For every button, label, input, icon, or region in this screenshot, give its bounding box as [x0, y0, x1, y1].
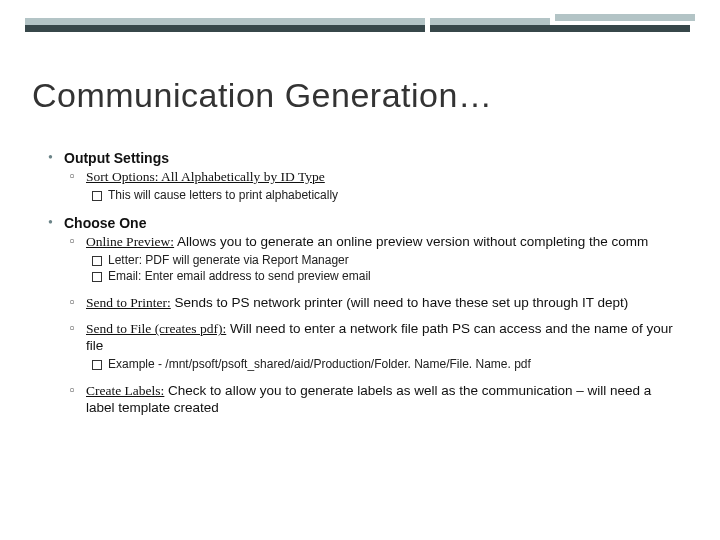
subitem-label: Send to Printer: [86, 295, 171, 310]
subitem-text: Check to allow you to generate labels as… [86, 383, 651, 415]
bullet-output-settings: Output Settings Sort Options: All Alphab… [48, 150, 680, 203]
detail-item: Letter: PDF will generate via Report Man… [92, 253, 680, 269]
detail-item: This will cause letters to print alphabe… [92, 188, 680, 204]
deco-bar-dark-1 [25, 25, 425, 32]
slide: Communication Generation… Output Setting… [0, 0, 720, 540]
subitem-online-preview: Online Preview: Allows you to generate a… [64, 234, 680, 284]
deco-bar-dark-2 [430, 25, 690, 32]
bullet-choose-one: Choose One Online Preview: Allows you to… [48, 215, 680, 416]
deco-bar-light-2 [430, 18, 550, 25]
subitem-send-to-printer: Send to Printer: Sends to PS network pri… [64, 295, 680, 312]
slide-title: Communication Generation… [32, 76, 492, 115]
subitem-send-to-file: Send to File (creates pdf): Will need to… [64, 321, 680, 372]
bullet-head: Output Settings [64, 150, 169, 166]
bullet-list: Output Settings Sort Options: All Alphab… [48, 150, 680, 417]
subitem-create-labels: Create Labels: Check to allow you to gen… [64, 383, 680, 417]
detail-item: Example - /mnt/psoft/psoft_shared/aid/Pr… [92, 357, 680, 373]
subitem-label: Create Labels: [86, 383, 164, 398]
bullet-head: Choose One [64, 215, 146, 231]
deco-bar-light-3 [555, 14, 695, 21]
subitem-sort-options: Sort Options: All Alphabetically by ID T… [64, 169, 680, 203]
subitem-label: Sort Options: All Alphabetically by ID T… [86, 169, 325, 184]
subitem-text: Allows you to generate an online preview… [174, 234, 648, 249]
subitem-label: Send to File (creates pdf): [86, 321, 226, 336]
subitem-label: Online Preview: [86, 234, 174, 249]
detail-item: Email: Enter email address to send previ… [92, 269, 680, 285]
deco-bar-light-1 [25, 18, 425, 25]
slide-body: Output Settings Sort Options: All Alphab… [48, 150, 680, 429]
subitem-text: Sends to PS network printer (will need t… [171, 295, 629, 310]
